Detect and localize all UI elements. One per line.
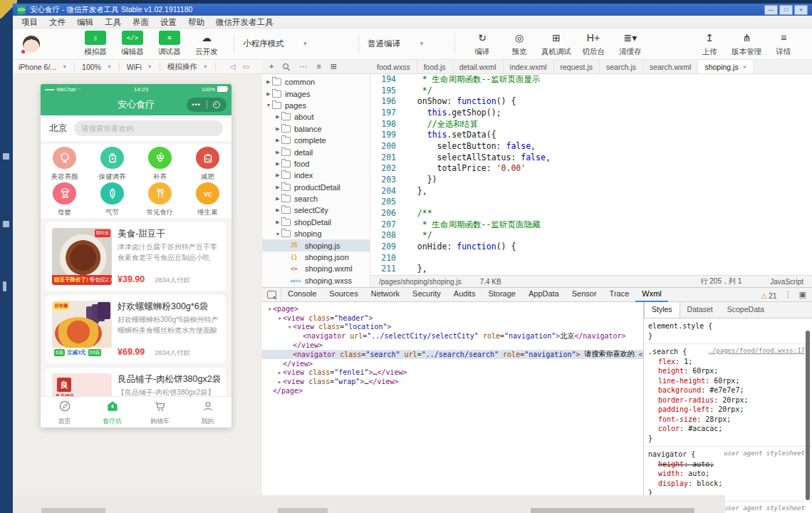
menu-item-编辑[interactable]: 编辑 (71, 16, 99, 28)
style-property[interactable]: width: auto; (648, 469, 808, 479)
close-button[interactable]: × (794, 5, 808, 15)
tree-item-shoping[interactable]: ▼shoping (262, 228, 370, 239)
tree-item-search[interactable]: ▶search (262, 193, 370, 204)
language-mode[interactable]: JavaScript (770, 278, 803, 286)
devtools-tab-Trace[interactable]: Trace (603, 287, 636, 301)
wxml-tree-panel[interactable]: ▼<page>▼<view class="header">▼<view clas… (262, 302, 643, 495)
category-常见食疗[interactable]: 常见食疗 (136, 182, 184, 218)
tree-item-shoping.json[interactable]: {}shoping.json (262, 252, 370, 263)
exit-target-icon[interactable] (207, 101, 227, 108)
tree-item-food[interactable]: ▶food (262, 158, 370, 170)
inspect-element-icon[interactable] (262, 288, 281, 302)
style-rule[interactable]: navigator {user agent stylesheetheight: … (644, 447, 812, 502)
wxml-node[interactable]: ▼<page> (262, 304, 643, 314)
style-property[interactable]: height: 60rpx; (648, 366, 808, 376)
style-rule[interactable]: element.style {} (644, 318, 812, 344)
simulate-action-select[interactable]: 模拟操作▼ (167, 62, 208, 72)
action-预览[interactable]: ◎预览 (501, 31, 538, 57)
tool-模拟器[interactable]: ▯模拟器 (77, 31, 114, 57)
tree-item-shoping.wxss[interactable]: wxssshoping.wxss (262, 275, 370, 286)
action-切后台[interactable]: H+切后台 (575, 31, 612, 57)
menu-item-文件[interactable]: 文件 (43, 16, 71, 28)
devtools-tab-Audits[interactable]: Audits (447, 287, 482, 301)
file-tab-food.js[interactable]: food.js (417, 60, 453, 73)
tree-item-shoping.js[interactable]: JSshoping.js (262, 239, 370, 251)
search-icon[interactable] (283, 63, 290, 71)
devtools-tab-Sensor[interactable]: Sensor (566, 287, 603, 301)
wxml-node[interactable]: </view> (262, 359, 643, 368)
device-select[interactable]: iPhone 6/...▼ (19, 63, 67, 71)
network-select[interactable]: WiFi▼ (127, 63, 152, 71)
style-property[interactable]: border-radius: 20rpx; (648, 395, 808, 405)
product-card[interactable]: 好欢螺6袋立减3元69袋好欢螺螺蛳粉300g*6袋好欢螺螺蛳粉300g*6袋柳州… (46, 295, 226, 363)
tree-item-complete[interactable]: ▶complete (262, 135, 370, 146)
wxml-node[interactable]: <navigator class="search" url="../search… (262, 350, 643, 359)
outline-icon[interactable]: ≡ (316, 63, 321, 71)
tree-item-balance[interactable]: ▶balance (262, 123, 370, 135)
title-bar[interactable]: </> 安心食疗 - 微信开发者工具 Stable v1.02.1911180 … (13, 4, 812, 16)
category-气节[interactable]: 气节 (88, 182, 136, 218)
wxml-node[interactable]: ▼<view class="header"> (262, 314, 643, 323)
devtools-tab-AppData[interactable]: AppData (522, 287, 566, 301)
kebab-menu-icon[interactable]: ⋮ (784, 290, 792, 299)
tree-item-detail[interactable]: ▶detail (262, 146, 370, 157)
category-母婴[interactable]: 母婴 (41, 182, 88, 218)
action-真机调试[interactable]: ⊞真机调试 (538, 31, 575, 57)
tab-首页[interactable]: 首页 (41, 397, 88, 428)
action-上传[interactable]: ↥上传 (691, 31, 728, 57)
tree-item-shoping.wxml[interactable]: <>shoping.wxml (262, 263, 370, 274)
menu-item-工具[interactable]: 工具 (99, 16, 127, 28)
devtools-tab-Security[interactable]: Security (406, 287, 447, 301)
file-tab-shoping.js[interactable]: shoping.js× (698, 60, 754, 73)
tool-调试器[interactable]: ≡调试器 (151, 31, 188, 57)
style-property[interactable]: line-height: 60rpx; (648, 376, 808, 386)
action-详情[interactable]: ≡详情 (765, 31, 802, 57)
search-input[interactable]: 请搜索你喜欢的 (74, 120, 223, 136)
devtools-tab-Sources[interactable]: Sources (323, 287, 364, 301)
tab-我的[interactable]: 我的 (184, 397, 231, 428)
rotate-icon[interactable]: ▭ (242, 63, 249, 71)
warning-count[interactable]: 21 (769, 291, 777, 300)
action-版本管理[interactable]: ⋔版本管理 (728, 31, 765, 57)
category-减肥[interactable]: Kg减肥 (184, 147, 231, 182)
scrollbar-thumb[interactable] (806, 331, 810, 500)
more-icon[interactable]: ••• (187, 101, 207, 108)
category-补养[interactable]: 补养 (136, 147, 184, 182)
category-维生素[interactable]: VC维生素 (184, 182, 231, 218)
maximize-button[interactable]: □ (779, 5, 793, 15)
action-编译[interactable]: ↻编译 (464, 31, 501, 57)
file-tab-search.wxml[interactable]: search.wxml (643, 60, 698, 73)
style-property[interactable]: flex: 1; (648, 357, 808, 367)
tree-item-common[interactable]: ▶common (262, 76, 370, 88)
tree-item-selectCity[interactable]: ▶selectCity (262, 204, 370, 216)
style-property[interactable]: padding-left: 20rpx; (648, 405, 808, 415)
menu-item-界面[interactable]: 界面 (127, 16, 155, 28)
compile-mode-select[interactable]: 普通编译▼ (368, 38, 446, 49)
code-editor[interactable]: 194 * 生命周期函数--监听页面显示195 */196 onShow: fu… (370, 74, 812, 275)
tree-item-productDetail[interactable]: ▶productDetail (262, 182, 370, 193)
stylesheet-link[interactable]: ./pages/food/food.wxss:17 (709, 347, 805, 354)
tab-购物车[interactable]: 购物车 (136, 397, 184, 428)
new-file-icon[interactable]: + (269, 63, 274, 71)
wxml-node[interactable]: </view> (262, 341, 643, 350)
zoom-select[interactable]: 100%▼ (82, 63, 112, 71)
tree-item-shopDetail[interactable]: ▶shopDetail (262, 217, 370, 228)
action-清缓存[interactable]: ≣▾清缓存 (612, 31, 649, 57)
styles-tab-Dataset[interactable]: Dataset (680, 302, 720, 318)
styles-tab-Styles[interactable]: Styles (644, 302, 680, 318)
menu-item-设置[interactable]: 设置 (155, 16, 182, 28)
product-card[interactable]: 限时抢甜豆干降价了!每包仅2.7美食-甜豆干津津卤汁豆腐干苏州特产豆干零食素食老… (46, 222, 226, 291)
styles-tab-ScopeData[interactable]: ScopeData (720, 302, 771, 318)
file-tab-request.js[interactable]: request.js (554, 60, 600, 73)
menu-item-微信开发者工具[interactable]: 微信开发者工具 (210, 16, 279, 28)
menu-item-项目[interactable]: 项目 (16, 16, 43, 28)
wxml-node[interactable]: <navigator url="../selectCity/selectCity… (262, 331, 643, 341)
style-property[interactable]: display: block; (648, 479, 808, 489)
tree-item-pages[interactable]: ▼pages (262, 100, 370, 111)
category-美容养颜[interactable]: 美容养颜 (41, 147, 88, 182)
wxml-node[interactable]: ▶<view class="fenlei">…</view> (262, 368, 643, 378)
devtools-tab-Console[interactable]: Console (281, 287, 323, 301)
file-tab-search.js[interactable]: search.js (600, 60, 643, 73)
tool-编辑器[interactable]: </>编辑器 (114, 31, 151, 57)
avatar[interactable] (23, 36, 40, 53)
